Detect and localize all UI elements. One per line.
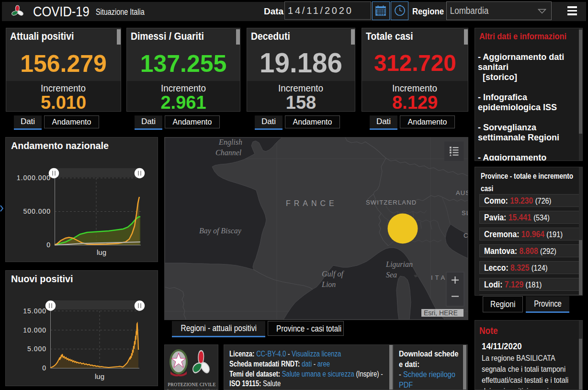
svg-text:1.000.000: 1.000.000 bbox=[17, 174, 51, 182]
svg-text:5.000: 5.000 bbox=[27, 345, 46, 353]
svg-text:ITA: ITA bbox=[431, 274, 447, 281]
svg-text:Sea: Sea bbox=[386, 271, 397, 279]
svg-text:SWITZERLAND: SWITZERLAND bbox=[366, 199, 417, 206]
svg-text:Esri, HERE: Esri, HERE bbox=[424, 309, 458, 317]
svg-text:0: 0 bbox=[42, 364, 46, 372]
svg-text:10.000: 10.000 bbox=[23, 326, 46, 334]
svg-text:FRANCE: FRANCE bbox=[286, 199, 338, 207]
svg-text:Lion: Lion bbox=[321, 280, 336, 288]
svg-text:CR: CR bbox=[464, 232, 468, 239]
svg-text:Channel: Channel bbox=[215, 149, 242, 157]
svg-text:SL: SL bbox=[462, 209, 468, 217]
svg-text:AUS: AUS bbox=[456, 189, 468, 196]
svg-text:500.000: 500.000 bbox=[23, 207, 51, 215]
svg-text:lug: lug bbox=[95, 372, 104, 380]
svg-text:Bay of Biscay: Bay of Biscay bbox=[199, 227, 242, 235]
svg-text:Ligurian: Ligurian bbox=[385, 260, 413, 269]
svg-text:lug: lug bbox=[97, 248, 106, 256]
svg-text:Gulf of: Gulf of bbox=[322, 270, 344, 278]
svg-text:15.000: 15.000 bbox=[23, 307, 46, 315]
svg-text:0: 0 bbox=[46, 241, 51, 249]
svg-text:English: English bbox=[218, 138, 242, 147]
